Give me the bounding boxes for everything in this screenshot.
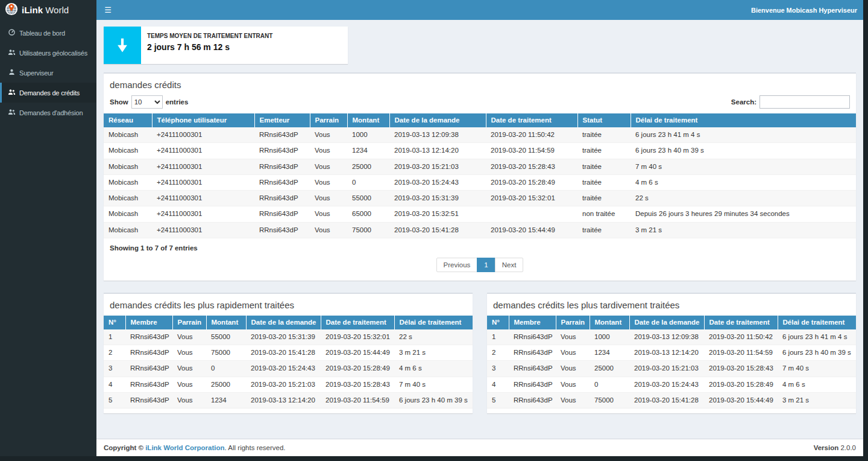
table-row: Mobicash+24111000301RRnsi643dPVous100020… [104, 127, 856, 143]
column-header[interactable]: Date de traitement [486, 113, 577, 127]
page-size-select[interactable]: 10 [131, 95, 163, 109]
slowest-table-body: 1RRnsi643dPVous10002019-03-13 12:09:3820… [487, 329, 856, 409]
table-cell: 6 jours 23 h 40 m 39 s [394, 392, 473, 408]
table-cell: 7 m 40 s [394, 377, 473, 392]
column-header[interactable]: Parrain [172, 316, 206, 329]
fastest-table-head: N°MembreParrainMontantDate de la demande… [104, 316, 473, 329]
column-header[interactable]: Montant [347, 113, 389, 127]
table-cell: 2019-03-20 15:44:49 [486, 222, 577, 238]
sidebar-item-tableau-de-bord[interactable]: Tableau de bord [0, 23, 96, 43]
table-cell: 6 jours 23 h 41 m 4 s [631, 127, 856, 143]
company-link[interactable]: iLink World Corporation [145, 444, 224, 451]
column-header[interactable]: Montant [590, 316, 629, 329]
version-label: Version [814, 444, 839, 451]
column-header[interactable]: Date de la demande [389, 113, 486, 127]
table-row: Mobicash+24111000301RRnsi643dPVous750002… [104, 222, 856, 238]
table-cell: 2019-03-20 15:28:49 [486, 174, 577, 190]
table-cell: 2019-03-20 15:31:39 [389, 191, 486, 206]
fastest-panel: demandes crédits les plus rapidement tra… [104, 293, 473, 413]
table-info: Showing 1 to 7 of 7 entries [104, 238, 856, 252]
table-cell: 75000 [590, 392, 629, 408]
table-cell: 4 [487, 377, 509, 392]
column-header[interactable]: Membre [509, 316, 556, 329]
pagination-previous-button[interactable]: Previous [436, 258, 478, 272]
column-header[interactable]: Téléphone utilisateur [152, 113, 254, 127]
column-header[interactable]: Date de la demande [629, 316, 704, 329]
table-cell: Mobicash [104, 222, 152, 238]
table-cell: 2019-03-20 15:28:43 [704, 361, 778, 377]
column-header[interactable]: Statut [577, 113, 631, 127]
column-header[interactable]: Date de traitement [704, 316, 778, 329]
credits-panel: demandes crédits Show 10 entries Search: [104, 72, 856, 281]
sidebar-item-label: Superviseur [19, 69, 54, 77]
column-header[interactable]: Emetteur [254, 113, 310, 127]
table-cell: RRnsi643dP [125, 361, 172, 377]
table-cell: 25000 [590, 361, 629, 377]
sidebar-toggle-button[interactable]: ☰ [96, 0, 119, 20]
table-cell: non traitée [577, 206, 631, 222]
table-cell: traitée [577, 159, 631, 174]
credits-icon [8, 88, 16, 97]
fastest-table: N°MembreParrainMontantDate de la demande… [104, 316, 473, 409]
column-header[interactable]: N° [487, 316, 509, 329]
credits-panel-title: demandes crédits [104, 74, 856, 95]
table-cell: 1 [487, 329, 509, 345]
table-cell: 4 m 6 s [394, 361, 473, 377]
table-cell: 2 [487, 345, 509, 361]
table-cell: 6 jours 23 h 40 m 39 s [778, 345, 856, 361]
table-cell: Vous [556, 345, 590, 361]
sidebar-item-demandes-d-adhesion[interactable]: Demandes d'adhésion [0, 103, 96, 122]
table-cell: 4 m 6 s [631, 174, 856, 190]
column-header[interactable]: Membre [125, 316, 172, 329]
column-header[interactable]: Délai de traitement [394, 316, 473, 329]
table-cell: RRnsi643dP [509, 377, 556, 392]
sidebar-item-label: Demandes d'adhésion [19, 109, 83, 116]
table-cell: Mobicash [104, 191, 152, 206]
table-cell: RRnsi643dP [254, 191, 310, 206]
table-cell: RRnsi643dP [254, 222, 310, 238]
table-cell: Vous [556, 392, 590, 408]
pagination-page-1-button[interactable]: 1 [477, 258, 495, 272]
column-header[interactable]: Délai de traitement [778, 316, 856, 329]
table-cell: Vous [556, 377, 590, 392]
pagination-next-button[interactable]: Next [495, 258, 524, 272]
table-cell: 2019-03-13 12:09:38 [629, 329, 704, 345]
version-text: Version 2.0.0 [814, 444, 856, 451]
table-cell: 4 m 6 s [778, 377, 856, 392]
table-cell: Vous [310, 174, 347, 190]
table-cell: 2019-03-20 15:24:43 [389, 174, 486, 190]
avg-processing-info-box: TEMPS MOYEN DE TRAITEMENT ENTRANT 2 jour… [104, 27, 348, 64]
horizontal-scrollbar[interactable] [0, 456, 868, 461]
vertical-scrollbar[interactable] [863, 0, 868, 461]
slowest-panel: demandes crédits les plus tardivement tr… [487, 293, 856, 413]
sidebar-item-demandes-de-credits[interactable]: Demandes de crédits [0, 83, 96, 103]
table-row: 2RRnsi643dPVous750002019-03-20 15:41:282… [104, 345, 473, 361]
column-header[interactable]: Délai de traitement [631, 113, 856, 127]
table-cell: 7 m 40 s [631, 159, 856, 174]
brand-logo[interactable]: iLink World [0, 0, 96, 20]
search-input[interactable] [760, 95, 850, 109]
table-cell: +24111000301 [152, 191, 254, 206]
main-content: TEMPS MOYEN DE TRAITEMENT ENTRANT 2 jour… [96, 20, 863, 456]
table-cell: RRnsi643dP [254, 159, 310, 174]
table-cell: 2019-03-20 11:54:59 [486, 143, 577, 159]
sidebar-item-utilisateurs-geolocalises[interactable]: Utilisateurs géolocalisés [0, 43, 96, 63]
column-header[interactable]: Montant [206, 316, 246, 329]
sidebar-item-superviseur[interactable]: Superviseur [0, 63, 96, 83]
column-header[interactable]: N° [104, 316, 125, 329]
column-header[interactable]: Réseau [104, 113, 152, 127]
column-header[interactable]: Parrain [310, 113, 347, 127]
table-cell: 75000 [206, 345, 246, 361]
table-cell: 3 m 21 s [394, 345, 473, 361]
table-cell: Vous [310, 143, 347, 159]
table-cell: 3 m 21 s [778, 392, 856, 408]
table-cell: +24111000301 [152, 222, 254, 238]
membership-icon [8, 108, 16, 117]
footer: Copyright © iLink World Corporation. All… [96, 439, 863, 456]
column-header[interactable]: Date de la demande [246, 316, 321, 329]
table-cell: 22 s [631, 191, 856, 206]
table-cell: 2019-03-20 15:44:49 [321, 345, 394, 361]
table-row: 4RRnsi643dPVous250002019-03-20 15:21:032… [104, 377, 473, 392]
column-header[interactable]: Parrain [556, 316, 590, 329]
column-header[interactable]: Date de traitement [321, 316, 394, 329]
